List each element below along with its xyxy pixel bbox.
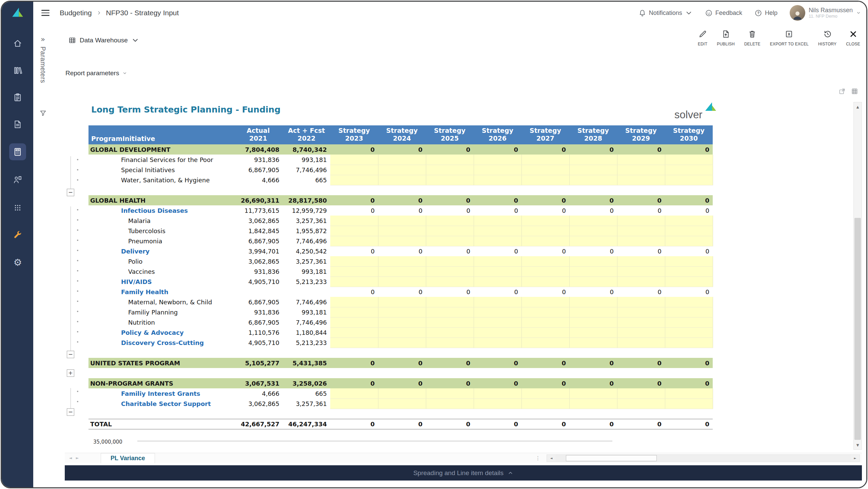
tab-next-button[interactable]: ► <box>72 456 82 460</box>
strategy-input-cell[interactable] <box>426 216 474 226</box>
feedback-button[interactable]: Feedback <box>705 9 742 17</box>
export-to-excel-button[interactable]: X EXPORT TO EXCEL <box>770 29 809 46</box>
collapse-group-button[interactable]: − <box>67 408 74 416</box>
strategy-input-cell[interactable] <box>569 266 617 277</box>
strategy-input-cell[interactable] <box>474 155 521 165</box>
strategy-input-cell[interactable] <box>378 277 426 287</box>
strategy-input-cell[interactable] <box>474 226 521 236</box>
strategy-input-cell[interactable] <box>617 399 665 409</box>
data-warehouse-selector[interactable]: Data Warehouse <box>68 36 139 44</box>
strategy-input-cell[interactable] <box>426 338 474 348</box>
row-label[interactable]: Discovery Cross-Cutting <box>88 338 234 348</box>
sidebar-item-home[interactable] <box>9 35 26 52</box>
strategy-input-cell[interactable] <box>426 226 474 236</box>
strategy-input-cell[interactable] <box>617 327 665 338</box>
strategy-input-cell[interactable] <box>378 266 426 277</box>
strategy-input-cell[interactable] <box>330 226 378 236</box>
tab-pl-variance[interactable]: PL Variance <box>101 453 155 463</box>
collapse-group-button[interactable]: − <box>67 189 74 196</box>
strategy-input-cell[interactable] <box>665 317 713 327</box>
strategy-input-cell[interactable] <box>569 165 617 175</box>
strategy-input-cell[interactable] <box>378 155 426 165</box>
strategy-input-cell[interactable] <box>521 236 569 246</box>
close-button[interactable]: CLOSE <box>846 29 860 46</box>
strategy-input-cell[interactable] <box>330 307 378 317</box>
strategy-input-cell[interactable] <box>617 165 665 175</box>
strategy-input-cell[interactable] <box>426 165 474 175</box>
report-parameters-toggle[interactable]: Report parameters <box>65 69 127 77</box>
strategy-input-cell[interactable] <box>426 399 474 409</box>
strategy-input-cell[interactable] <box>521 307 569 317</box>
strategy-input-cell[interactable] <box>330 338 378 348</box>
user-menu[interactable]: Nils Rasmussen 11. NFP Demo <box>790 5 861 21</box>
edit-button[interactable]: EDIT <box>698 29 707 46</box>
strategy-input-cell[interactable] <box>330 388 378 399</box>
strategy-input-cell[interactable] <box>521 277 569 287</box>
sidebar-item-budgeting[interactable] <box>9 143 26 160</box>
strategy-input-cell[interactable] <box>569 307 617 317</box>
strategy-input-cell[interactable] <box>426 155 474 165</box>
strategy-input-cell[interactable] <box>521 226 569 236</box>
strategy-input-cell[interactable] <box>474 236 521 246</box>
strategy-input-cell[interactable] <box>617 216 665 226</box>
strategy-input-cell[interactable] <box>665 226 713 236</box>
row-label[interactable]: Familiy Interest Grants <box>88 388 234 399</box>
strategy-input-cell[interactable] <box>474 327 521 338</box>
sidebar-item-apps[interactable] <box>9 199 26 216</box>
strategy-input-cell[interactable] <box>330 327 378 338</box>
strategy-input-cell[interactable] <box>521 327 569 338</box>
strategy-input-cell[interactable] <box>617 266 665 277</box>
strategy-input-cell[interactable] <box>521 155 569 165</box>
strategy-input-cell[interactable] <box>378 165 426 175</box>
history-button[interactable]: HISTORY <box>818 29 836 46</box>
strategy-input-cell[interactable] <box>330 256 378 266</box>
strategy-input-cell[interactable] <box>521 256 569 266</box>
strategy-input-cell[interactable] <box>474 317 521 327</box>
strategy-input-cell[interactable] <box>569 175 617 185</box>
strategy-input-cell[interactable] <box>617 155 665 165</box>
collapse-group-button[interactable]: − <box>67 351 74 358</box>
strategy-input-cell[interactable] <box>426 256 474 266</box>
popout-icon[interactable] <box>839 88 846 95</box>
strategy-input-cell[interactable] <box>330 266 378 277</box>
sidebar-item-reports[interactable] <box>9 116 26 133</box>
scroll-up-button[interactable]: ▲ <box>854 102 862 111</box>
strategy-input-cell[interactable] <box>521 338 569 348</box>
filter-icon[interactable] <box>39 109 47 117</box>
strategy-input-cell[interactable] <box>330 317 378 327</box>
strategy-input-cell[interactable] <box>521 175 569 185</box>
notifications-button[interactable]: Notifications <box>638 9 693 17</box>
strategy-input-cell[interactable] <box>665 266 713 277</box>
strategy-input-cell[interactable] <box>330 165 378 175</box>
strategy-input-cell[interactable] <box>426 388 474 399</box>
expand-parameters-button[interactable]: » <box>33 35 53 43</box>
strategy-input-cell[interactable] <box>330 236 378 246</box>
strategy-input-cell[interactable] <box>617 388 665 399</box>
strategy-input-cell[interactable] <box>330 277 378 287</box>
strategy-input-cell[interactable] <box>665 175 713 185</box>
strategy-input-cell[interactable] <box>426 277 474 287</box>
strategy-input-cell[interactable] <box>617 226 665 236</box>
grid-view-icon[interactable] <box>851 88 858 95</box>
strategy-input-cell[interactable] <box>474 399 521 409</box>
strategy-input-cell[interactable] <box>617 256 665 266</box>
strategy-input-cell[interactable] <box>617 236 665 246</box>
row-label[interactable]: Family Health <box>88 287 234 297</box>
strategy-input-cell[interactable] <box>665 165 713 175</box>
row-label[interactable]: HIV/AIDS <box>88 277 234 287</box>
scroll-down-button[interactable]: ▼ <box>854 441 862 449</box>
strategy-input-cell[interactable] <box>330 175 378 185</box>
strategy-input-cell[interactable] <box>474 338 521 348</box>
strategy-input-cell[interactable] <box>617 338 665 348</box>
strategy-input-cell[interactable] <box>426 327 474 338</box>
sidebar-item-library[interactable] <box>9 62 26 79</box>
strategy-input-cell[interactable] <box>665 338 713 348</box>
strategy-input-cell[interactable] <box>378 256 426 266</box>
strategy-input-cell[interactable] <box>569 256 617 266</box>
strategy-input-cell[interactable] <box>378 307 426 317</box>
strategy-input-cell[interactable] <box>569 338 617 348</box>
strategy-input-cell[interactable] <box>665 216 713 226</box>
strategy-input-cell[interactable] <box>378 317 426 327</box>
strategy-input-cell[interactable] <box>378 388 426 399</box>
strategy-input-cell[interactable] <box>665 399 713 409</box>
